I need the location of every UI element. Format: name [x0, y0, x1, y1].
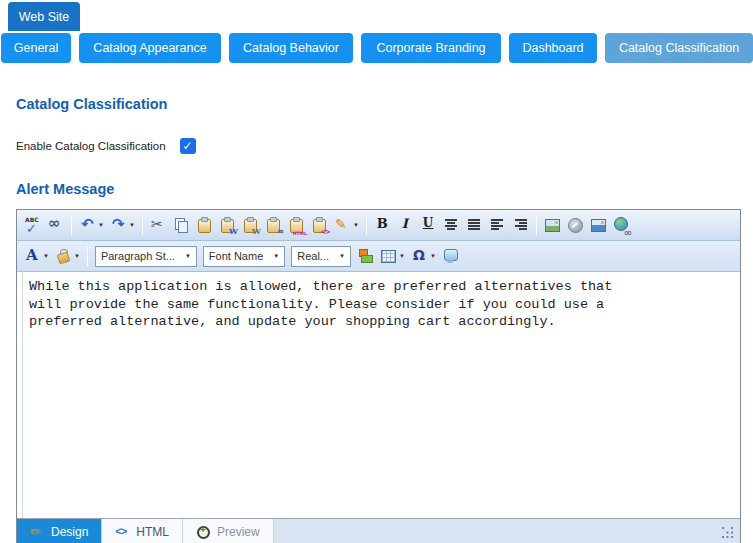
align-left-button[interactable] — [486, 213, 509, 237]
module-blocks-icon — [357, 248, 374, 264]
editor-mode-bar: DesignHTMLPreview — [17, 518, 740, 543]
dropdown-arrow-icon: ▼ — [129, 222, 135, 228]
bold-button[interactable] — [371, 213, 394, 237]
monitor-icon — [442, 248, 459, 264]
scissors-icon — [150, 217, 167, 233]
tab-catalog-behavior[interactable]: Catalog Behavior — [229, 33, 353, 63]
align-justify-icon — [466, 217, 483, 233]
clipboard-html-icon-overlay: HTML — [293, 231, 307, 236]
toolbar-separator — [142, 215, 143, 235]
paste-from-word-button[interactable]: W — [216, 213, 239, 237]
mode-tab-label: Design — [51, 525, 88, 539]
underline-icon — [420, 217, 437, 233]
enable-catalog-classification-label: Enable Catalog Classification — [16, 140, 166, 152]
align-left-icon — [489, 217, 506, 233]
bold-icon — [374, 217, 391, 233]
editor-toolbar-row-1: ▼▼WW≡HTML<>▼ — [17, 210, 740, 241]
dropdown-arrow-icon: ▼ — [43, 253, 49, 259]
tab-web-site[interactable]: Web Site — [8, 2, 80, 31]
mode-tab-html[interactable]: HTML — [102, 519, 183, 543]
toolbar-separator — [536, 215, 537, 235]
clipboard-word-icon-overlay: W — [229, 226, 238, 236]
clipboard-text-icon: ≡ — [265, 217, 282, 233]
tab-catalog-classification[interactable]: Catalog Classification — [605, 33, 753, 63]
italic-button[interactable] — [394, 213, 417, 237]
clipboard-word-gray-icon-overlay: W — [252, 226, 261, 236]
align-center-icon — [443, 217, 460, 233]
table-icon — [380, 248, 397, 264]
underline-button[interactable] — [417, 213, 440, 237]
dropdown-arrow-icon: ▼ — [399, 253, 405, 259]
clipboard-icon — [196, 217, 213, 233]
toolbar-separator — [71, 215, 72, 235]
editor-toolbar-row-2: ▼▼Paragraph St...▼Font Name▼Real...▼▼▼ — [17, 241, 740, 272]
toolbar-separator — [87, 246, 88, 266]
dropdown-arrow-icon: ▼ — [430, 253, 436, 259]
image-manager-button[interactable] — [541, 213, 564, 237]
dropdown-arrow-icon: ▼ — [98, 222, 104, 228]
paste-html-button[interactable]: <> — [308, 213, 331, 237]
mode-tabs-holder: DesignHTMLPreview — [17, 519, 274, 543]
copy-icon — [173, 217, 190, 233]
paragraph-style-select[interactable]: Paragraph St...▼ — [95, 246, 197, 267]
dropdown-arrow-icon: ▼ — [339, 253, 345, 259]
insert-symbol-button[interactable]: ▼ — [408, 244, 439, 268]
enable-catalog-classification-row: Enable Catalog Classification ✓ — [16, 138, 741, 154]
paragraph-style-select-label: Paragraph St... — [101, 250, 175, 262]
align-right-button[interactable] — [509, 213, 532, 237]
magnifier-plus-icon — [196, 525, 211, 540]
undo-button[interactable]: ▼ — [76, 213, 107, 237]
tab-general[interactable]: General — [1, 33, 71, 63]
mode-tab-preview[interactable]: Preview — [183, 519, 274, 543]
omega-icon — [411, 248, 428, 264]
tab-dashboard[interactable]: Dashboard — [509, 33, 597, 63]
tab-catalog-appearance[interactable]: Catalog Appearance — [79, 33, 221, 63]
hyperlink-manager-button[interactable] — [610, 213, 633, 237]
insert-media-button[interactable] — [439, 244, 462, 268]
paste-from-word-strip-font-button[interactable]: W — [239, 213, 262, 237]
resize-grip-icon[interactable] — [722, 527, 735, 540]
paste-as-html-button[interactable]: HTML — [285, 213, 308, 237]
font-name-select[interactable]: Font Name▼ — [203, 246, 285, 267]
copy-button[interactable] — [170, 213, 193, 237]
dropdown-arrow-icon: ▼ — [74, 253, 80, 259]
globe-link-icon — [613, 217, 630, 233]
mode-tab-design[interactable]: Design — [17, 519, 102, 543]
insert-module-button[interactable] — [354, 244, 377, 268]
foreground-color-button[interactable]: ▼ — [21, 244, 52, 268]
editor-content[interactable]: While this application is allowed, there… — [17, 272, 740, 518]
pencil-icon — [30, 525, 45, 540]
redo-button[interactable]: ▼ — [107, 213, 138, 237]
brush-icon — [334, 217, 351, 233]
background-color-button[interactable]: ▼ — [52, 244, 83, 268]
italic-icon — [397, 217, 414, 233]
enable-catalog-classification-checkbox[interactable]: ✓ — [180, 138, 196, 154]
undo-icon — [79, 217, 96, 233]
cut-button[interactable] — [147, 213, 170, 237]
alert-message-title: Alert Message — [16, 181, 741, 197]
flash-manager-button[interactable] — [564, 213, 587, 237]
media-manager-button[interactable] — [587, 213, 610, 237]
settings-tabs: GeneralCatalog AppearanceCatalog Behavio… — [0, 33, 753, 63]
align-center-button[interactable] — [440, 213, 463, 237]
paste-button[interactable] — [193, 213, 216, 237]
font-size-select[interactable]: Real...▼ — [291, 246, 351, 267]
page-body: Catalog Classification Enable Catalog Cl… — [0, 96, 753, 543]
toolbar-separator — [366, 215, 367, 235]
font-color-icon — [24, 248, 41, 264]
paint-bucket-icon — [55, 248, 72, 264]
paste-plain-text-button[interactable]: ≡ — [262, 213, 285, 237]
find-replace-button[interactable] — [44, 213, 67, 237]
font-size-select-label: Real... — [297, 250, 329, 262]
rich-text-editor: ▼▼WW≡HTML<>▼ ▼▼Paragraph St...▼Font Name… — [16, 209, 741, 543]
format-stripper-button[interactable]: ▼ — [331, 213, 362, 237]
redo-icon — [110, 217, 127, 233]
mode-tab-label: HTML — [136, 525, 169, 539]
spellcheck-button[interactable] — [21, 213, 44, 237]
tab-corporate-branding[interactable]: Corporate Branding — [361, 33, 501, 63]
font-name-select-label: Font Name — [209, 250, 263, 262]
insert-table-button[interactable]: ▼ — [377, 244, 408, 268]
code-icon — [115, 525, 130, 540]
justify-button[interactable] — [463, 213, 486, 237]
align-right-icon — [512, 217, 529, 233]
